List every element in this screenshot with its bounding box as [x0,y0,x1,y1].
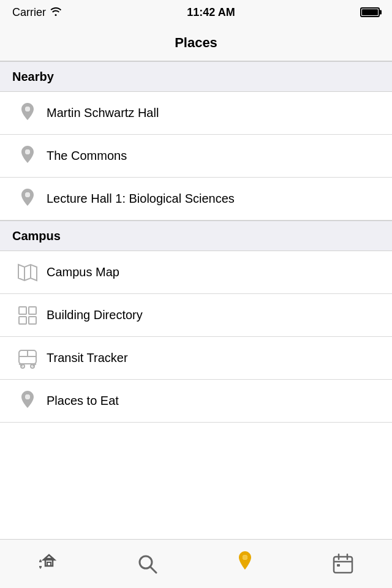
svg-marker-20 [43,555,55,560]
section-header-nearby-label: Nearby [12,70,54,84]
list-item-campus-map[interactable]: Campus Map [0,251,392,294]
list-item-building-directory[interactable]: Building Directory [0,294,392,337]
svg-point-1 [25,149,30,154]
status-bar: Carrier 11:42 AM [0,0,392,24]
nav-bar: Places [0,24,392,61]
svg-marker-17 [39,559,42,562]
item-label-places-to-eat: Places to Eat [47,394,119,408]
svg-point-2 [25,192,30,197]
list-item-places-to-eat[interactable]: Places to Eat [0,380,392,423]
tab-calendar[interactable] [294,540,392,588]
item-label-lecture-hall-1: Lecture Hall 1: Biological Sciences [47,192,235,206]
campus-list: Campus Map Building Directory [0,251,392,423]
svg-rect-7 [19,317,26,324]
tab-home[interactable] [0,540,98,588]
page-title: Places [175,35,217,51]
list-item-martin-schwartz-hall[interactable]: Martin Schwartz Hall [0,92,392,135]
list-item-the-commons[interactable]: The Commons [0,135,392,178]
svg-rect-29 [337,564,340,567]
location-pin-icon-eat [12,391,43,412]
svg-rect-8 [29,317,36,324]
location-pin-icon-2 [12,146,43,167]
item-label-the-commons: The Commons [47,149,127,163]
map-icon [12,262,43,283]
nearby-list: Martin Schwartz Hall The Commons Lecture… [0,92,392,221]
status-time: 11:42 AM [187,6,235,19]
tab-search[interactable] [98,540,196,588]
carrier-text: Carrier [12,6,62,19]
item-label-transit-tracker: Transit Tracker [47,351,128,365]
svg-rect-5 [19,307,26,314]
battery-icon [360,7,380,17]
places-pin-icon [235,551,255,577]
item-label-campus-map: Campus Map [47,265,119,279]
section-header-nearby: Nearby [0,61,392,92]
list-item-transit-tracker[interactable]: Transit Tracker [0,337,392,380]
list-item-lecture-hall-1[interactable]: Lecture Hall 1: Biological Sciences [0,178,392,221]
section-header-campus-label: Campus [12,229,61,243]
bus-icon [12,348,43,369]
search-icon [136,552,158,576]
tab-bar [0,539,392,588]
svg-rect-21 [47,562,51,566]
calendar-icon [332,552,354,576]
svg-rect-25 [334,557,352,573]
svg-point-16 [25,394,30,399]
svg-point-0 [25,107,30,111]
location-pin-icon-3 [12,189,43,209]
wifi-icon [50,6,62,19]
tab-places[interactable] [196,540,294,588]
svg-line-23 [150,567,156,573]
section-header-campus: Campus [0,221,392,251]
svg-point-24 [243,555,247,560]
item-label-martin-schwartz-hall: Martin Schwartz Hall [47,106,159,120]
grid-icon [12,306,43,325]
item-label-building-directory: Building Directory [47,308,143,322]
location-pin-icon [12,103,43,124]
svg-rect-6 [29,307,36,314]
home-icon [37,552,61,576]
svg-marker-18 [39,566,42,569]
